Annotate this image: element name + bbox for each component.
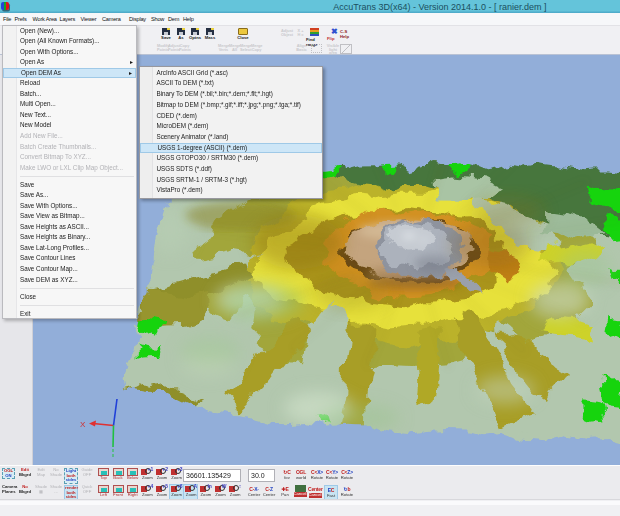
svg-text:X: X (80, 420, 86, 429)
